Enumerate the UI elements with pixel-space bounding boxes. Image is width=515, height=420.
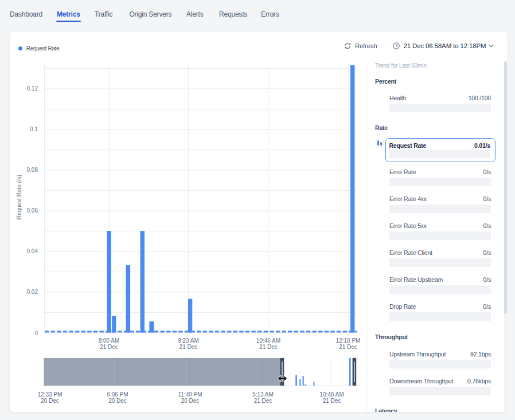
svg-text:6:06 PM: 6:06 PM (107, 391, 128, 398)
svg-text:0: 0 (34, 330, 38, 336)
svg-text:11:40 PM: 11:40 PM (178, 391, 202, 398)
svg-text:21 Dec: 21 Dec (100, 344, 118, 350)
svg-text:21 Dec: 21 Dec (339, 344, 357, 350)
svg-text:0.08: 0.08 (27, 167, 38, 173)
svg-text:8:00 AM: 8:00 AM (99, 337, 120, 344)
svg-text:21 Dec: 21 Dec (323, 398, 341, 404)
svg-text:5:13 AM: 5:13 AM (252, 391, 274, 398)
svg-text:10:46 AM: 10:46 AM (256, 337, 280, 344)
svg-text:12:10 PM: 12:10 PM (336, 337, 361, 344)
svg-text:10:46 AM: 10:46 AM (319, 391, 344, 398)
svg-text:20 Dec: 20 Dec (108, 398, 127, 404)
svg-text:9:23 AM: 9:23 AM (178, 337, 199, 344)
svg-text:21 Dec: 21 Dec (254, 398, 272, 404)
svg-text:21 Dec: 21 Dec (259, 344, 278, 350)
svg-text:20 Dec: 20 Dec (41, 398, 59, 404)
svg-text:20 Dec: 20 Dec (181, 398, 200, 404)
svg-text:21 Dec: 21 Dec (180, 344, 198, 350)
svg-text:0.12: 0.12 (27, 85, 38, 92)
svg-text:12:33 PM: 12:33 PM (37, 391, 62, 398)
svg-text:0.1: 0.1 (30, 126, 38, 132)
svg-text:Request Rate (/s): Request Rate (/s) (16, 175, 22, 219)
svg-text:0.02: 0.02 (27, 289, 38, 295)
svg-text:0.06: 0.06 (27, 207, 38, 214)
svg-text:0.04: 0.04 (27, 248, 38, 254)
